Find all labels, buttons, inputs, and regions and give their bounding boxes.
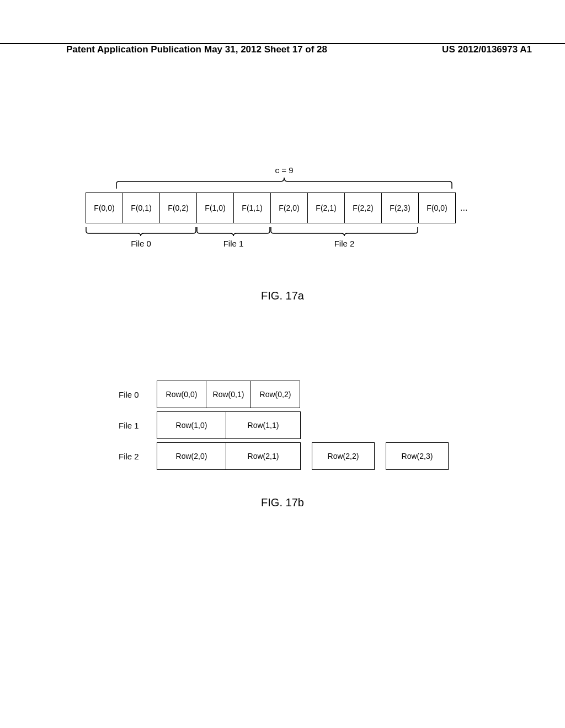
file-1-label: File 1 <box>196 239 270 248</box>
figure-17b-caption: FIG. 17b <box>0 496 565 509</box>
row-cell: Row(1,0) <box>157 411 226 439</box>
ellipsis: ... <box>460 192 467 223</box>
row-cell: Row(2,3) <box>386 442 449 470</box>
fragment-cell: F(1,0) <box>196 192 234 223</box>
page-header: Patent Application Publication May 31, 2… <box>66 44 532 55</box>
file-0-row: File 0 Row(0,0) Row(0,1) Row(0,2) <box>119 381 449 408</box>
fragment-cell: F(0,1) <box>122 192 160 223</box>
fragment-cell: F(2,3) <box>381 192 419 223</box>
file-2-label: File 2 <box>270 239 418 248</box>
file-0-brace: File 0 <box>86 227 196 248</box>
fragment-cell: F(0,0) <box>86 192 123 223</box>
fragment-cell: F(0,2) <box>159 192 197 223</box>
header-middle: May 31, 2012 Sheet 17 of 28 <box>204 44 327 55</box>
file-1-row-label: File 1 <box>119 421 157 430</box>
file-2-row-label: File 2 <box>119 452 157 461</box>
file-1-row: File 1 Row(1,0) Row(1,1) <box>119 411 449 439</box>
figure-17a: c = 9 F(0,0) F(0,1) F(0,2) F(1,0) F(1,1)… <box>86 165 483 252</box>
row-cell: Row(0,0) <box>157 381 206 408</box>
file-1-brace: File 1 <box>196 227 270 248</box>
c-label: c = 9 <box>86 165 483 175</box>
header-right: US 2012/0136973 A1 <box>442 44 532 55</box>
header-left: Patent Application Publication <box>66 44 201 55</box>
fragment-cell: F(0,0) <box>418 192 456 223</box>
row-cell: Row(2,1) <box>226 442 301 470</box>
file-2-row: File 2 Row(2,0) Row(2,1) Row(2,2) Row(2,… <box>119 442 449 470</box>
fragment-cell: F(2,0) <box>270 192 308 223</box>
fragment-cell: F(2,1) <box>307 192 345 223</box>
figure-17a-caption: FIG. 17a <box>0 290 565 302</box>
row-cell: Row(0,2) <box>250 381 300 408</box>
row-cell: Row(1,1) <box>226 411 301 439</box>
fragment-cells: F(0,0) F(0,1) F(0,2) F(1,0) F(1,1) F(2,0… <box>86 192 483 223</box>
figure-17b: File 0 Row(0,0) Row(0,1) Row(0,2) File 1… <box>119 381 449 473</box>
row-cell: Row(0,1) <box>206 381 251 408</box>
row-cell: Row(2,0) <box>157 442 226 470</box>
top-brace-icon <box>116 177 452 189</box>
fragment-cell: F(1,1) <box>233 192 271 223</box>
bottom-braces: File 0 File 1 File 2 <box>86 227 483 252</box>
file-2-brace: File 2 <box>270 227 418 248</box>
file-0-label: File 0 <box>86 239 196 248</box>
row-cell: Row(2,2) <box>312 442 375 470</box>
fragment-cell: F(2,2) <box>344 192 382 223</box>
file-0-row-label: File 0 <box>119 390 157 399</box>
